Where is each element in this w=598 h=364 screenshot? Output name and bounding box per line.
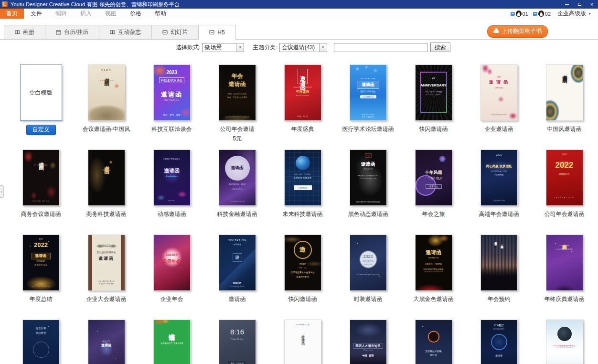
- template-label: 黑色动态邀请函: [348, 210, 388, 218]
- template-thumbnail[interactable]: 陕西人才都在这里Shaanxi rencai中国 · 西安: [350, 320, 387, 364]
- thumbnail-text: 诚挚邀请: [234, 243, 241, 246]
- template-thumbnail[interactable]: INVITATION邀请函医疗学术论坛会点击查看详情时间 2021.01.01地…: [350, 64, 387, 121]
- search-button[interactable]: 搜索: [430, 43, 450, 52]
- template-thumbnail[interactable]: 邀请函INVITATION创新科技 · 年终盛典2022 时尚午时会议邀函202…: [415, 235, 452, 291]
- template-thumbnail[interactable]: 邀 请 函北京xx网络科技有限公司年度盛典Annual ceremony时间：1…: [284, 64, 321, 121]
- tab-slides[interactable]: 幻灯片: [151, 25, 198, 39]
- menu-price[interactable]: 价格: [123, 9, 148, 19]
- qq-account-1[interactable]: 01: [511, 11, 528, 17]
- menu-edit[interactable]: 编辑: [49, 9, 74, 19]
- template-thumbnail[interactable]: 2022协同办公工具会议邀请函: [284, 320, 321, 364]
- thumbnail-text: 中国: [365, 153, 372, 158]
- menu-file[interactable]: 文件: [24, 9, 49, 19]
- template-cell: 邀请函INVITATION · 12/12诚邀您的莅临北京xx科技有限公司科技金…: [204, 150, 270, 235]
- thumbnail-text: xx科技互联网有限公司 诚挚邀请: [225, 116, 249, 118]
- tab-magazine[interactable]: 互动杂志: [99, 25, 151, 39]
- template-thumbnail[interactable]: 2022INVITATION时装发布会2022 FALL/WINTER COLL…: [350, 235, 387, 291]
- thumbnail-text: 邀请函: [229, 81, 246, 88]
- thumbnail-text: 第13届新零售产业博览会: [290, 271, 314, 274]
- thumbnail-text: Invitation: [36, 260, 45, 263]
- menu-help[interactable]: 帮助: [148, 9, 173, 19]
- template-thumbnail[interactable]: 二零二二年 农历闰年一年中的第三百五十六天: [481, 235, 518, 291]
- thumbnail-text: [296, 156, 310, 170]
- title-bar: Youtu Designer Creative Cloud 有图-领先的创意、营…: [0, 0, 598, 9]
- customize-button[interactable]: 自定义: [26, 125, 56, 135]
- thumbnail-text: 北京xx网络科技有限公司: [293, 86, 312, 88]
- restore-icon: [578, 3, 581, 6]
- template-label: 动感邀请函: [158, 210, 186, 218]
- chat-bubble-icon: [511, 12, 515, 16]
- template-label: 企业年会: [160, 295, 183, 303]
- template-thumbnail[interactable]: 中国邀请函INVITATION你是否想来文化西安走一走？2022.08.26 西…: [350, 150, 387, 206]
- template-thumbnail[interactable]: 2022XX公司年会2022-12-25 北京xx国际酒店: [153, 235, 191, 291]
- template-label: 公司年会邀请: [220, 125, 255, 133]
- template-thumbnail[interactable]: 8:16Friday, 15 June微信 · 正在发送: [219, 320, 256, 364]
- thumbnail-text: 2022 China Intl Travel Expo: [556, 347, 572, 349]
- menu-insert[interactable]: 插入: [74, 9, 98, 19]
- plan-dropdown[interactable]: 企业高级版 ▼: [555, 10, 593, 18]
- template-thumbnail[interactable]: 邀请函诚邀 · 莅临: [88, 150, 125, 206]
- minimize-button[interactable]: [561, 0, 573, 9]
- template-cell: 年终庆典●●●● ●●●●xx公司年终庆典邀请函年终庆典邀请函: [532, 235, 597, 320]
- thumbnail-text: 互联网技术战略: [425, 350, 442, 353]
- template-thumbnail[interactable]: 年会邀请函时间：2021年1月20日地点：北京市xxx大酒店xx科技互联网有限公…: [219, 64, 256, 121]
- template-thumbnail[interactable]: 时间 · 地点 · 主办单位未来科技 智享未来开始阅览: [284, 150, 321, 206]
- template-thumbnail[interactable]: LOGO2022拥抱新时代INVITATION: [546, 150, 583, 206]
- template-thumbnail[interactable]: 自古以来常以梦想: [22, 320, 60, 364]
- template-label: 未来科技邀请函: [283, 210, 323, 218]
- template-thumbnail[interactable]: 十年风霜一个都不能少查看详情: [415, 150, 452, 206]
- template-thumbnail[interactable]: - 20 -ANNIVERSARY我们20岁啦 · 诚邀您始于2002 · 廿载…: [415, 64, 452, 121]
- category-dropdown[interactable]: 会议邀请(43) ▼: [279, 43, 327, 52]
- template-thumbnail[interactable]: 2022中国国际旅游博览会2022 China Intl Travel Expo: [546, 320, 583, 364]
- tab-calendar[interactable]: 台历/挂历: [45, 25, 99, 39]
- menu-view[interactable]: 视图: [98, 9, 123, 19]
- thumbnail-text: 2023: [166, 70, 177, 76]
- category-dropdown-value: 会议邀请(43): [280, 43, 319, 52]
- thumbnail-text: 二〇二二年度盛典: [34, 164, 48, 166]
- thumbnail-text: 诚邀您拨冗出席: [493, 200, 505, 202]
- thumbnail-text: Friday, 15 June: [231, 338, 244, 340]
- template-cell: 2022协同办公工具会议邀请函: [270, 320, 335, 364]
- upload-ebook-button[interactable]: 上传翻页电子书: [487, 25, 548, 38]
- template-thumbnail[interactable]: LOGO同心共赢 筑梦远航2022/12/18 晚上19:00年会邀请函诚邀您拨…: [481, 150, 518, 206]
- blank-template[interactable]: 空白模版: [20, 64, 62, 121]
- tab-h5[interactable]: H5: [198, 25, 235, 40]
- left-panel-toggle[interactable]: ›: [0, 185, 4, 198]
- template-thumbnail[interactable]: 邀请函: [546, 64, 583, 121]
- style-dropdown[interactable]: 微场景 ▼: [202, 43, 244, 52]
- chevron-right-icon: ›: [1, 190, 2, 194]
- thumbnail-text: 2022: [363, 254, 373, 259]
- template-thumbnail[interactable]: 互联网技术战略研讨会: [415, 320, 452, 364]
- thumbnail-text: 时装发布会: [363, 263, 373, 266]
- close-button[interactable]: ×: [586, 0, 598, 9]
- slides-icon: [162, 30, 168, 35]
- template-thumbnail[interactable]: 贺岁2022邀请函Invitation年度总结大会2022年1月29日地址：北京…: [22, 235, 60, 291]
- template-thumbnail[interactable]: 2023科技互联洽谈会邀请函INVITATION报名 签到 详情: [153, 64, 191, 121]
- template-thumbnail[interactable]: 邀请函二〇二二年度盛典时间 12.30 · 地点 北京: [22, 150, 60, 206]
- template-thumbnail[interactable]: 2022第三届互联网峰会邀请函北京有图科技有限公司诚邀大驾 · 敬备薄酌: [88, 235, 125, 291]
- thumbnail-text: 邀请函: [101, 343, 111, 348]
- template-cell: 邀 请 函北京xx网络科技有限公司年度盛典Annual ceremony时间：1…: [270, 64, 335, 150]
- thumbnail-text: 邀请函: [225, 156, 250, 181]
- template-thumbnail[interactable]: 邀请函INVITATION · 12/12诚邀您的莅临北京xx科技有限公司: [219, 150, 256, 206]
- template-thumbnail[interactable]: CARD邀请函INVITATION: [88, 64, 125, 121]
- thumbnail-text: 自古以来: [36, 327, 46, 330]
- template-thumbnail[interactable]: 互联网年度高端峰会邀请函Invitation敬请光临: [153, 150, 191, 206]
- template-thumbnail[interactable]: - 诚邀 -邀 请 函(诚挚邀请)年终大型酒会诚挚邀请: [481, 64, 518, 121]
- template-thumbnail[interactable]: INVITATION诚挚邀请邀08/06北京xx国际会展中心: [219, 235, 256, 291]
- thumbnail-text: Shaanxi rencai: [363, 350, 373, 352]
- menu-home[interactable]: 首页: [0, 9, 24, 19]
- tab-album[interactable]: 画册: [4, 25, 45, 39]
- template-thumbnail[interactable]: 年终庆典●●●● ●●●●xx公司年终庆典邀请函: [546, 235, 583, 291]
- template-thumbnail[interactable]: 邀请"会呼吸的空气" 主题艺术展: [153, 320, 191, 364]
- template-thumbnail[interactable]: 邀2022中国 · 北京第13届新零售产业博览会诚邀您的参加: [284, 235, 321, 291]
- thumbnail-text: WELCOME TO YOUR CHONGQING: [356, 202, 380, 203]
- chevron-down-icon: ▼: [319, 43, 327, 52]
- qq-account-2[interactable]: 02: [533, 11, 551, 17]
- thumbnail-text: 邀请函: [361, 161, 375, 168]
- template-thumbnail[interactable]: 聚星大学邀请函: [88, 320, 125, 364]
- restore-button[interactable]: [573, 0, 586, 9]
- template-thumbnail[interactable]: X X餐厅RESTAURANT邀请函: [481, 320, 518, 364]
- template-cell: 中国邀请函INVITATION你是否想来文化西安走一走？2022.08.26 西…: [335, 150, 401, 235]
- search-input[interactable]: [334, 43, 427, 52]
